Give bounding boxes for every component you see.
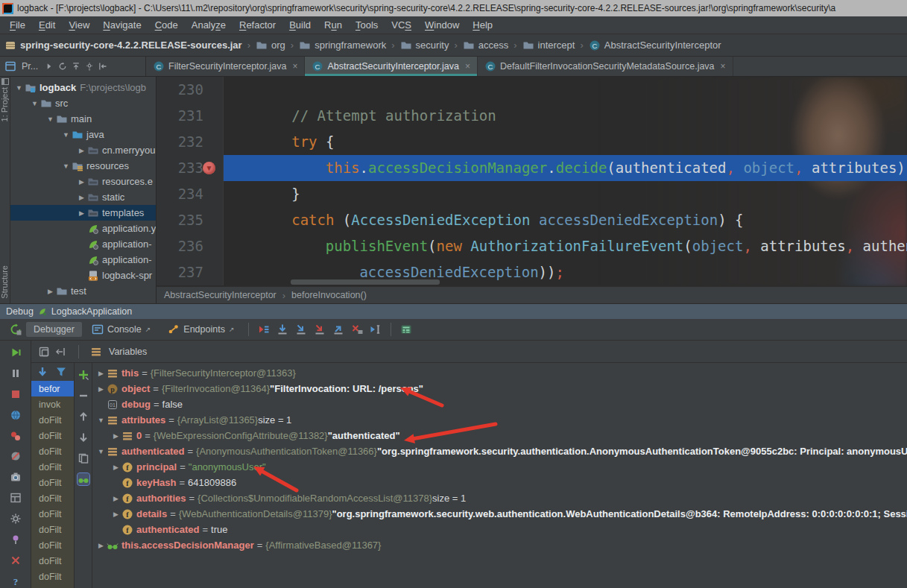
breadcrumb-method[interactable]: beforeInvocation() xyxy=(291,290,367,300)
menu-refactor[interactable]: Refactor xyxy=(233,19,282,31)
view-breakpoints-button[interactable] xyxy=(7,408,24,421)
menu-view[interactable]: View xyxy=(62,19,96,31)
tree-expand-icon[interactable]: ▼ xyxy=(13,84,25,92)
run-to-cursor-button[interactable] xyxy=(367,321,384,338)
breadcrumb-item-springframework[interactable]: springframework xyxy=(299,39,386,51)
rerun-button[interactable] xyxy=(7,321,24,338)
variable-row-details[interactable]: ▶fdetails={WebAuthenticationDetails@1137… xyxy=(92,506,907,522)
menu-edit[interactable]: Edit xyxy=(32,19,62,31)
frame-item[interactable]: doFilt xyxy=(31,569,74,584)
variable-expand-icon[interactable]: ▶ xyxy=(95,542,107,549)
breadcrumb-jar[interactable]: spring-security-core-4.2.2.RELEASE-sourc… xyxy=(4,39,242,51)
expand-node-icon[interactable] xyxy=(45,62,54,71)
breadcrumb-item-org[interactable]: org xyxy=(256,39,285,51)
variable-row-debug[interactable]: 01debug=false xyxy=(92,396,907,412)
settings-button[interactable] xyxy=(7,513,24,525)
frame-item[interactable]: doFilt xyxy=(31,522,74,537)
breakpoints-button[interactable] xyxy=(7,429,24,442)
tree-expand-icon[interactable]: ▶ xyxy=(76,194,87,201)
line-number[interactable]: 232 xyxy=(157,129,224,155)
project-panel-header[interactable]: Pr... xyxy=(0,57,146,76)
frame-item[interactable]: befor xyxy=(31,381,74,396)
tree-item-cn-merryyou[interactable]: ▶cn.merryyou xyxy=(10,142,156,158)
evaluate-expression-button[interactable] xyxy=(398,321,414,338)
line-number[interactable]: 237 xyxy=(157,259,224,285)
menu-help[interactable]: Help xyxy=(466,19,499,31)
line-number[interactable]: 234 xyxy=(157,181,224,207)
restore-layout-button[interactable] xyxy=(7,492,24,505)
back-lines-icon[interactable] xyxy=(55,346,67,358)
breadcrumb-item-security[interactable]: security xyxy=(400,39,449,51)
variable-expand-icon[interactable]: ▼ xyxy=(95,417,107,424)
line-number[interactable]: 236 xyxy=(157,233,224,259)
show-execution-point-button[interactable] xyxy=(256,321,272,338)
step-into-button[interactable] xyxy=(293,321,309,338)
tree-item-templates[interactable]: ▶templates xyxy=(10,205,156,221)
frame-item[interactable]: invok xyxy=(31,396,74,412)
variable-row-attributes[interactable]: ▼attributes={ArrayList@11365} size = 1 xyxy=(92,412,907,428)
debug-window-header[interactable]: Debug LogbackApplication xyxy=(0,303,907,319)
frame-item[interactable]: doFilt xyxy=(31,475,74,490)
move-down-icon[interactable] xyxy=(78,431,89,443)
variable-row-principal[interactable]: ▶fprincipal="anonymousUser" xyxy=(92,459,907,475)
editor-tab[interactable]: CAbstractSecurityInterceptor.java× xyxy=(305,57,478,76)
tree-item-target[interactable]: ▶target xyxy=(10,299,156,303)
move-up-icon[interactable] xyxy=(78,411,89,423)
resume-button[interactable] xyxy=(7,346,24,358)
menu-file[interactable]: File xyxy=(3,19,32,31)
tree-expand-icon[interactable]: ▼ xyxy=(60,131,72,139)
help-button[interactable]: ? xyxy=(7,575,24,587)
tree-item-resources[interactable]: ▼resources xyxy=(10,158,156,174)
tree-expand-icon[interactable]: ▶ xyxy=(29,303,40,304)
variable-row-this[interactable]: ▶this={FilterSecurityInterceptor@11363} xyxy=(92,365,907,381)
frame-item[interactable]: doFilt xyxy=(31,412,74,428)
tree-expand-icon[interactable]: ▶ xyxy=(76,209,87,217)
tree-expand-icon[interactable]: ▼ xyxy=(60,162,72,170)
refresh-icon[interactable] xyxy=(58,62,67,71)
tree-item-resources-e[interactable]: ▶resources.e xyxy=(10,174,156,189)
variable-expand-icon[interactable]: ▶ xyxy=(110,464,121,471)
tree-item-src[interactable]: ▼src xyxy=(10,95,156,111)
force-step-into-button[interactable] xyxy=(312,321,328,338)
stripe-structure-label[interactable]: Structure xyxy=(0,265,10,299)
mute-breakpoints-button[interactable] xyxy=(7,450,24,463)
line-number[interactable]: 230 xyxy=(157,77,224,103)
menu-code[interactable]: Code xyxy=(148,19,185,31)
frame-item[interactable]: doFilt xyxy=(31,553,74,569)
stop-button[interactable] xyxy=(7,388,24,400)
breadcrumb-item-abstractsecurityinterceptor[interactable]: CAbstractSecurityInterceptor xyxy=(589,39,721,51)
tree-expand-icon[interactable]: ▼ xyxy=(29,100,40,107)
variable-expand-icon[interactable]: ▶ xyxy=(95,385,107,393)
filter-frames-icon[interactable] xyxy=(55,366,67,378)
tree-item-logback[interactable]: ▼logback F:\projects\logb xyxy=(10,80,156,95)
collapse-all-icon[interactable] xyxy=(72,62,80,71)
debug-tab-console[interactable]: Console↗ xyxy=(84,321,158,338)
tree-expand-icon[interactable]: ▶ xyxy=(76,147,87,154)
tree-item-test[interactable]: ▶test xyxy=(10,283,156,299)
variable-expand-icon[interactable]: ▶ xyxy=(110,510,121,518)
frame-item[interactable]: doFilt xyxy=(31,506,74,522)
variable-row-object[interactable]: ▶pobject={FilterInvocation@11364} "Filte… xyxy=(92,381,907,396)
pin-button[interactable] xyxy=(7,534,24,546)
tree-item-logback-spr[interactable]: logback-spr xyxy=(10,268,156,283)
add-watch-icon[interactable] xyxy=(78,369,89,381)
stripe-project-label[interactable]: 1: Project xyxy=(0,87,10,121)
frame-item[interactable]: doFilt xyxy=(31,443,74,459)
editor-tab[interactable]: CFilterSecurityInterceptor.java× xyxy=(146,57,305,76)
tree-item-application-y[interactable]: application.y xyxy=(10,221,156,236)
step-out-button[interactable] xyxy=(330,321,347,338)
debug-tab-debugger[interactable]: Debugger xyxy=(26,322,82,337)
tree-item-application-[interactable]: application- xyxy=(10,236,156,252)
tree-item-main[interactable]: ▼main xyxy=(10,111,156,127)
frame-item[interactable]: doFilt xyxy=(31,428,74,443)
menu-vcs[interactable]: VCS xyxy=(385,19,418,31)
code-editor[interactable]: 230231// Attempt authorization232try {23… xyxy=(157,77,907,303)
pause-button[interactable] xyxy=(7,367,24,379)
remove-watch-icon[interactable] xyxy=(78,390,89,402)
step-over-button[interactable] xyxy=(274,321,291,338)
horizontal-scrollbar[interactable] xyxy=(291,279,440,285)
duplicate-watch-icon[interactable] xyxy=(78,452,89,464)
menu-window[interactable]: Window xyxy=(418,19,466,31)
hide-frames-icon[interactable] xyxy=(37,366,48,378)
windowed-mode-icon[interactable] xyxy=(38,346,50,358)
